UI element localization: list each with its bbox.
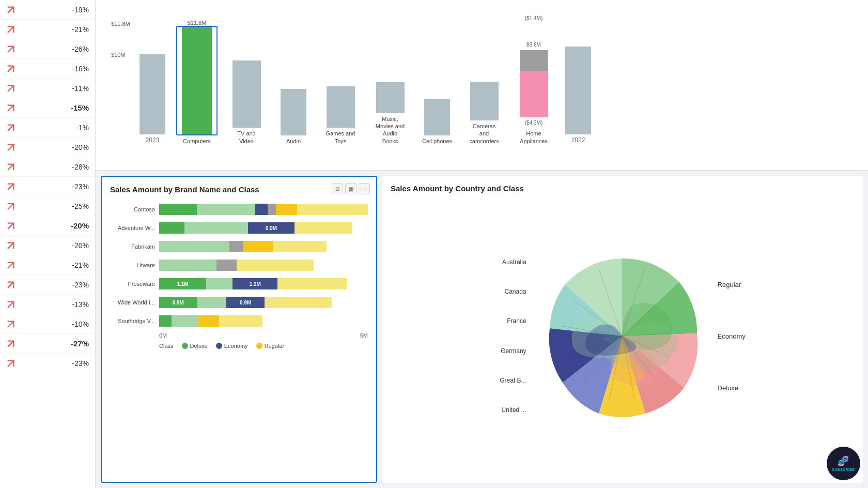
legend-label-deluxe: Deluxe bbox=[190, 343, 208, 349]
sidebar-arrow-14 bbox=[6, 280, 16, 289]
seg-ww-lightgreen bbox=[197, 297, 227, 308]
sidebar-item-18: -23% bbox=[0, 354, 95, 373]
sidebar-pct-18: -23% bbox=[72, 359, 89, 368]
country-chart-title: Sales Amount by Country and Class bbox=[391, 184, 855, 193]
sidebar-pct-16: -10% bbox=[72, 320, 89, 328]
seg-fab-gray bbox=[229, 241, 243, 252]
sidebar-arrow-18 bbox=[6, 359, 16, 368]
bottom-section: Sales Amount by Brand Name and Class ⊟ ▦… bbox=[96, 171, 868, 488]
seg-adv-lightgreen bbox=[184, 222, 249, 234]
legend-dot-economy bbox=[216, 343, 222, 349]
x-axis-0: 0M bbox=[159, 332, 167, 339]
bar-label-cellphones: Cell phones bbox=[422, 135, 452, 145]
sidebar-pct-17: -27% bbox=[71, 339, 89, 348]
seg-ww-regular bbox=[265, 297, 332, 308]
bar-label-cameras: Camerasandcamcorders bbox=[469, 120, 499, 145]
bar-row-southridge: Southridge V... bbox=[110, 314, 368, 328]
seg-pro-economy-label: 1.2M bbox=[250, 281, 261, 287]
subscribe-label: SUBSCRIBE bbox=[832, 468, 855, 471]
sidebar-item-11: -20% bbox=[0, 216, 95, 236]
seg-adv-economy-label: 0.9M bbox=[266, 225, 277, 231]
legend-dot-regular bbox=[256, 343, 262, 349]
legend-dot-deluxe bbox=[182, 343, 188, 349]
seg-contoso-deluxe bbox=[159, 204, 197, 215]
bar-chart-row: 2023 $11.8M Computers bbox=[106, 5, 858, 145]
chart-icon-group: ⊟ ▦ ··· bbox=[332, 183, 370, 194]
sidebar-arrow-2 bbox=[6, 44, 16, 54]
seg-contoso-lightgreen bbox=[197, 204, 255, 215]
sidebar-pct-0: -19% bbox=[72, 6, 89, 14]
brand-label-adventure: Adventure W... bbox=[110, 225, 159, 231]
sidebar-arrow-7 bbox=[6, 143, 16, 152]
bar-label-tv: TV andVideo bbox=[237, 128, 255, 145]
bar-label-games: Games andToys bbox=[326, 128, 355, 145]
bar-col-cellphones[interactable]: Cell phones bbox=[416, 10, 458, 145]
class-labels-col: Regular Economy Deluxe bbox=[718, 248, 746, 424]
seg-pro-deluxe: 1.1M bbox=[159, 278, 206, 289]
bar-label-home: HomeAppliances bbox=[520, 128, 548, 145]
brand-label-southridge: Southridge V... bbox=[110, 318, 159, 324]
legend-deluxe: Deluxe bbox=[182, 343, 208, 349]
grid-icon-btn[interactable]: ▦ bbox=[345, 183, 357, 194]
seg-adv-deluxe bbox=[159, 222, 184, 234]
bar-col-home[interactable]: ($1.4M) $9.6M ($4.3M) HomeAppliances bbox=[510, 10, 557, 145]
sidebar-pct-2: -26% bbox=[72, 45, 89, 53]
seg-lit-gray bbox=[216, 260, 237, 271]
computers-top-label: $11.8M bbox=[188, 20, 207, 26]
class-label-economy: Economy bbox=[718, 332, 746, 340]
sidebar-arrow-5 bbox=[6, 103, 16, 113]
sidebar-pct-11: -20% bbox=[71, 221, 89, 230]
seg-ww-economy: 0.9M bbox=[226, 297, 265, 308]
bar-col-computers[interactable]: $11.8M Computers bbox=[174, 10, 220, 145]
seg-contoso-regular bbox=[297, 204, 368, 215]
sidebar-arrow-9 bbox=[6, 182, 16, 191]
subscribe-button[interactable]: 🧬 SUBSCRIBE bbox=[827, 447, 860, 480]
sidebar-pct-13: -21% bbox=[72, 261, 89, 269]
sidebar-item-16: -10% bbox=[0, 314, 95, 334]
seg-pro-lightgreen bbox=[206, 278, 233, 289]
class-label-regular: Regular bbox=[718, 281, 746, 288]
sidebar-arrow-15 bbox=[6, 300, 16, 309]
country-label-france: France bbox=[500, 317, 526, 325]
bar-col-cameras[interactable]: Camerasandcamcorders bbox=[461, 10, 507, 145]
sidebar-item-2: -26% bbox=[0, 39, 95, 59]
filter-icon-btn[interactable]: ⊟ bbox=[332, 183, 343, 194]
seg-ww-deluxe: 0.9M bbox=[159, 297, 197, 308]
sidebar-item-4: -11% bbox=[0, 79, 95, 98]
bar-row-litware: Litware bbox=[110, 258, 368, 272]
brand-label-proseware: Proseware bbox=[110, 281, 159, 287]
legend-title: Class bbox=[159, 343, 174, 349]
sidebar-arrow-16 bbox=[6, 319, 16, 329]
horiz-bar-chart: Contoso Adventure W... bbox=[110, 202, 368, 370]
top-bar-chart: $11.8M $10M 2023 $11. bbox=[96, 0, 868, 171]
bar-track-contoso bbox=[159, 204, 368, 215]
bar-col-audio[interactable]: Audio bbox=[273, 10, 314, 145]
x-axis-5: 5M bbox=[360, 332, 368, 339]
sidebar-arrow-1 bbox=[6, 25, 16, 34]
chord-chart-wrapper: Australia Canada France Germany Great B.… bbox=[391, 201, 855, 471]
sidebar-item-10: -25% bbox=[0, 196, 95, 216]
content-area: $11.8M $10M 2023 $11. bbox=[96, 0, 868, 488]
sidebar-item-7: -20% bbox=[0, 138, 95, 157]
seg-fab-lightgreen bbox=[159, 241, 229, 252]
bar-label-computers: Computers bbox=[183, 135, 211, 145]
bar-col-tv[interactable]: TV andVideo bbox=[223, 10, 270, 145]
more-icon-btn[interactable]: ··· bbox=[359, 183, 370, 194]
brand-chart-panel: Sales Amount by Brand Name and Class ⊟ ▦… bbox=[101, 176, 377, 483]
legend-label-regular: Regular bbox=[265, 343, 285, 349]
legend-regular: Regular bbox=[256, 343, 285, 349]
seg-adv-economy: 0.9M bbox=[248, 222, 295, 234]
sidebar-arrow-4 bbox=[6, 84, 16, 93]
country-label-canada: Canada bbox=[500, 288, 526, 295]
chord-svg bbox=[532, 243, 712, 429]
bar-label-audio: Audio bbox=[286, 135, 301, 145]
sidebar-pct-14: -23% bbox=[72, 281, 89, 289]
bar-label-2022: 2022 bbox=[571, 134, 585, 145]
bar-col-games[interactable]: Games andToys bbox=[317, 10, 364, 145]
x-axis-labels: 0M 5M bbox=[110, 332, 368, 339]
seg-south-yellow bbox=[198, 315, 219, 327]
sidebar-item-5: -15% bbox=[0, 98, 95, 118]
bar-col-music[interactable]: Music,Movies andAudioBooks bbox=[367, 10, 413, 145]
sidebar-pct-7: -20% bbox=[72, 143, 89, 151]
sidebar-arrow-17 bbox=[6, 339, 16, 348]
